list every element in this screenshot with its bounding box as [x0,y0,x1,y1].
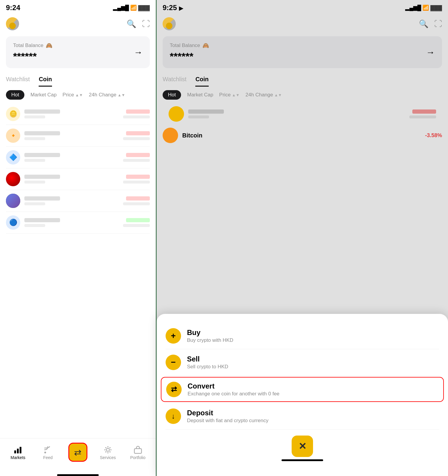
nav-services[interactable]: Services [93,446,123,460]
right-balance-info: Total Balance 🙈 ****** [170,42,209,62]
right-expand-icon[interactable]: ⛶ [434,19,442,29]
right-list-item-1 [163,103,442,125]
right-tab-watchlist[interactable]: Watchlist [163,76,186,87]
tab-watchlist[interactable]: Watchlist [6,76,30,87]
close-icon: ✕ [298,441,306,452]
sheet-item-buy[interactable]: + Buy Buy crypto with HKD [166,323,439,349]
coin-change-6 [126,218,150,222]
portfolio-icon [134,446,142,454]
close-button[interactable]: ✕ [292,436,313,457]
change-filter[interactable]: 24h Change ▲▼ [89,92,125,98]
right-search-icon[interactable]: 🔍 [419,19,428,29]
nav-convert[interactable]: ⇄ [63,443,93,463]
left-balance-card: Total Balance 🙈 ****** → [6,36,150,68]
right-change-filter[interactable]: 24h Change ▲▼ [246,92,282,98]
convert-title: Convert [188,382,279,390]
coin-change-1 [126,109,150,114]
sheet-item-deposit[interactable]: ↓ Deposit Deposit with fiat and crypto c… [166,403,439,430]
convert-sheet-icon: ⇄ [166,382,182,397]
list-item[interactable]: 🪙 [6,103,150,125]
list-item[interactable]: 🔵 [6,212,150,234]
list-item[interactable]: 🔷 [6,147,150,168]
right-signal-icon: ▂▄▆█ [405,5,421,11]
coin-price-6 [123,224,150,227]
right-status-icons: ▂▄▆█ 📶 ▓▓▓ [405,4,442,11]
battery-icon: ▓▓▓ [138,5,150,11]
tab-coin[interactable]: Coin [39,76,52,87]
marketcap-filter[interactable]: Market Cap [30,92,56,98]
buy-subtitle: Buy crypto with HKD [187,337,233,343]
convert-button[interactable]: ⇄ [68,443,87,462]
search-icon[interactable]: 🔍 [127,19,136,29]
right-tab-coin[interactable]: Coin [195,76,208,87]
coin-name-blur-3 [24,153,60,157]
right-bitcoin-wrap: Bitcoin [163,128,202,143]
portfolio-label: Portfolio [130,455,145,460]
coin-price-5 [123,202,150,205]
svg-point-6 [107,452,109,453]
coin-sub-blur-4 [24,181,45,184]
coin-sub-blur-3 [24,159,45,162]
coin-name-blur-5 [24,196,60,201]
coin-change-5 [126,196,150,201]
coin-info-3 [24,153,60,162]
coin-icon-4 [6,172,20,186]
expand-icon[interactable]: ⛶ [142,19,150,29]
list-item[interactable] [6,168,150,190]
coin-sub-blur-6 [24,224,45,227]
right-filter-row: Hot Market Cap Price ▲▼ 24h Change ▲▼ [157,87,448,103]
bitcoin-name: Bitcoin [182,132,202,139]
list-item[interactable]: 🔸 [6,125,150,147]
hot-filter[interactable]: Hot [6,90,24,100]
nav-feed[interactable]: Feed [33,446,63,460]
convert-text: Convert Exchange one coin for another wi… [188,382,279,397]
svg-point-10 [109,451,111,452]
wifi-icon: 📶 [130,5,137,11]
left-filter-row: Hot Market Cap Price ▲▼ 24h Change ▲▼ [0,87,156,103]
right-panel: 9:25 ▶ ▂▄▆█ 📶 ▓▓▓ 🔍 ⛶ Total Balance 🙈 **… [157,0,448,476]
coin-info-2 [24,131,60,140]
coin-right-1 [123,109,150,118]
list-item[interactable] [6,190,150,212]
right-coin-list: Bitcoin -3.58% [157,103,448,146]
right-coin-price-blur [409,115,436,118]
right-balance-arrow[interactable]: → [426,47,435,57]
right-price-filter[interactable]: Price ▲▼ [219,92,239,98]
coin-change-2 [126,131,150,135]
coin-price-3 [123,159,150,162]
sell-text: Sell Sell crypto to HKD [187,355,228,370]
right-home-indicator [282,459,323,461]
change-sort-icon: ▲▼ [117,93,125,97]
nav-markets[interactable]: Markets [3,446,33,460]
deposit-icon: ↓ [166,408,181,424]
right-marketcap-filter[interactable]: Market Cap [187,92,213,98]
nav-icons: 🔍 ⛶ [127,19,150,29]
nav-portfolio[interactable]: Portfolio [123,446,153,460]
coin-icon-6: 🔵 [6,215,20,230]
svg-point-7 [104,449,106,450]
buy-icon: + [166,328,181,344]
coin-right-3 [123,153,150,162]
coin-name-blur-4 [24,175,60,179]
svg-rect-2 [20,447,21,453]
right-hot-filter[interactable]: Hot [163,90,181,100]
home-indicator [57,474,99,476]
right-balance-card: Total Balance 🙈 ****** → [163,36,442,68]
left-status-icons: ▂▄▆█ 📶 ▓▓▓ [113,4,150,11]
svg-point-11 [109,447,111,448]
price-filter[interactable]: Price ▲▼ [62,92,83,98]
sheet-item-convert[interactable]: ⇄ Convert Exchange one coin for another … [161,377,444,402]
deposit-title: Deposit [187,409,268,417]
services-label: Services [100,455,116,460]
coin-name-blur-6 [24,218,60,222]
sheet-item-sell[interactable]: − Sell Sell crypto to HKD [166,349,439,376]
left-top-nav: 🔍 ⛶ [0,14,156,33]
balance-arrow[interactable]: → [134,47,143,57]
avatar[interactable] [6,17,19,30]
balance-value: ****** [13,51,52,62]
signal-icon: ▂▄▆█ [113,5,129,11]
coin-change-3 [126,153,150,157]
right-avatar[interactable] [163,17,176,30]
coin-icon-2: 🔸 [6,129,20,143]
buy-text: Buy Buy crypto with HKD [187,328,233,343]
